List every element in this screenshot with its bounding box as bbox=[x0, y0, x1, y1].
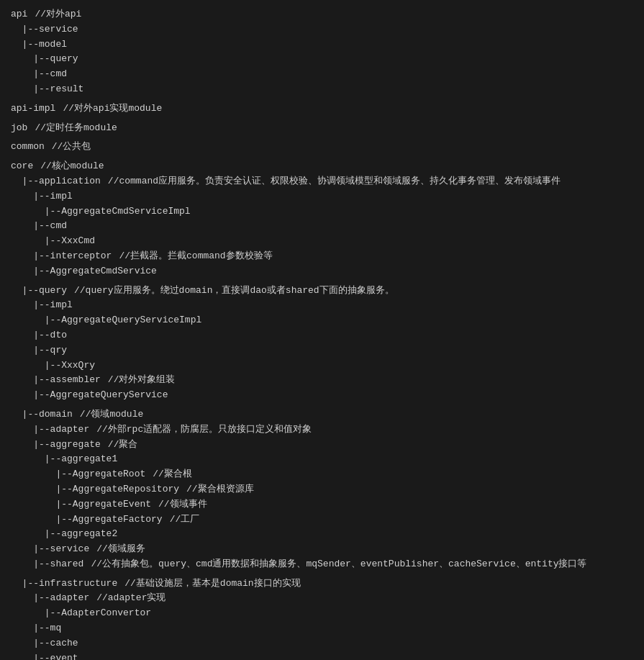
tree-line: |--XxxCmd bbox=[11, 234, 633, 249]
tree-line: |--AdapterConvertor bbox=[11, 606, 633, 621]
tree-text: |--interceptor bbox=[11, 249, 112, 264]
tree-text: |--aggregate1 bbox=[11, 452, 117, 467]
comment-text: //command应用服务。负责安全认证、权限校验、协调领域模型和领域服务、持久… bbox=[108, 174, 561, 189]
tree-text: |--application bbox=[11, 174, 101, 189]
tree-line: |--AggregateFactory//工厂 bbox=[11, 512, 633, 528]
comment-text: //工厂 bbox=[170, 512, 200, 528]
tree-line: |--shared//公有抽象包。query、cmd通用数据和抽象服务、mqSe… bbox=[11, 557, 633, 572]
tree-text: |--AggregateCmdServiceImpl bbox=[11, 204, 191, 220]
tree-text: |--query bbox=[11, 52, 78, 67]
tree-text: |--cmd bbox=[11, 67, 67, 82]
tree-line: core//核心module bbox=[11, 159, 633, 174]
tree-line: common//公共包 bbox=[11, 140, 633, 155]
tree-line: |--AggregateQueryServiceImpl bbox=[11, 313, 633, 328]
comment-text: //基础设施层，基本是domain接口的实现 bbox=[124, 577, 300, 592]
tree-text: |--service bbox=[11, 542, 89, 557]
tree-text: |--cache bbox=[11, 636, 78, 651]
tree-line: api-impl//对外api实现module bbox=[11, 101, 633, 117]
tree-line: |--cmd bbox=[11, 67, 633, 82]
tree-text: |--domain bbox=[11, 407, 73, 422]
tree-text: core bbox=[11, 159, 33, 174]
lines-container: api//对外api |--service |--model |--query … bbox=[11, 7, 633, 660]
comment-text: //对外api实现module bbox=[63, 101, 162, 117]
tree-text: |--event bbox=[11, 651, 78, 660]
tree-line: |--impl bbox=[11, 189, 633, 204]
tree-text: |--shared bbox=[11, 557, 83, 572]
comment-text: //adapter实现 bbox=[96, 591, 165, 606]
tree-line: |--aggregate1 bbox=[11, 452, 633, 467]
tree-line: |--application//command应用服务。负责安全认证、权限校验、… bbox=[11, 174, 633, 189]
tree-line: |--mq bbox=[11, 621, 633, 636]
tree-line: |--domain//领域module bbox=[11, 407, 633, 422]
comment-text: //公有抽象包。query、cmd通用数据和抽象服务、mqSender、even… bbox=[91, 557, 586, 572]
tree-text: |--query bbox=[11, 284, 67, 299]
tree-text: |--assembler bbox=[11, 373, 101, 388]
comment-text: //拦截器。拦截command参数校验等 bbox=[119, 249, 272, 264]
tree-text: |--AdapterConvertor bbox=[11, 606, 151, 621]
tree-line: |--AggregateCmdServiceImpl bbox=[11, 204, 633, 220]
tree-line: |--XxxQry bbox=[11, 358, 633, 374]
tree-text: job bbox=[11, 121, 27, 136]
tree-line: |--cache bbox=[11, 636, 633, 651]
tree-line: |--AggregateCmdService bbox=[11, 264, 633, 279]
comment-text: //核心module bbox=[40, 159, 104, 174]
tree-text: |--infrastructure bbox=[11, 577, 117, 592]
tree-text: |--impl bbox=[11, 189, 73, 204]
tree-line: api//对外api bbox=[11, 7, 633, 22]
tree-text: |--AggregateRoot bbox=[11, 467, 145, 482]
tree-line: |--qry bbox=[11, 343, 633, 358]
comment-text: //领域事件 bbox=[158, 497, 207, 512]
tree-text: |--impl bbox=[11, 298, 73, 313]
tree-line: |--service//领域服务 bbox=[11, 542, 633, 557]
tree-text: api-impl bbox=[11, 101, 55, 117]
tree-line: |--adapter//外部rpc适配器，防腐层。只放接口定义和值对象 bbox=[11, 422, 633, 438]
tree-line: job//定时任务module bbox=[11, 121, 633, 136]
tree-text: |--service bbox=[11, 22, 78, 37]
tree-line: |--AggregateQueryService bbox=[11, 388, 633, 403]
tree-line: |--AggregateRoot//聚合根 bbox=[11, 467, 633, 482]
tree-text: |--mq bbox=[11, 621, 61, 636]
tree-text: |--dto bbox=[11, 328, 67, 343]
comment-text: //聚合根 bbox=[153, 467, 192, 482]
tree-line: |--AggregateRepository//聚合根资源库 bbox=[11, 482, 633, 497]
comment-text: //领域服务 bbox=[96, 542, 145, 557]
tree-line: |--aggregate//聚合 bbox=[11, 438, 633, 453]
tree-line: |--service bbox=[11, 22, 633, 37]
tree-text: |--aggregate2 bbox=[11, 527, 117, 542]
comment-text: //外部rpc适配器，防腐层。只放接口定义和值对象 bbox=[96, 422, 312, 438]
tree-text: |--cmd bbox=[11, 219, 67, 234]
tree-line: |--assembler//对外对象组装 bbox=[11, 373, 633, 388]
tree-line: |--infrastructure//基础设施层，基本是domain接口的实现 bbox=[11, 577, 633, 592]
tree-line: |--AggregateEvent//领域事件 bbox=[11, 497, 633, 512]
tree-text: |--AggregateQueryServiceImpl bbox=[11, 313, 201, 328]
tree-text: |--AggregateQueryService bbox=[11, 388, 168, 403]
tree-text: |--aggregate bbox=[11, 438, 101, 453]
tree-text: |--AggregateCmdService bbox=[11, 264, 157, 279]
tree-line: |--cmd bbox=[11, 219, 633, 234]
tree-line: |--query//query应用服务。绕过domain，直接调dao或者sha… bbox=[11, 284, 633, 299]
tree-line: |--query bbox=[11, 52, 633, 67]
tree-text: |--qry bbox=[11, 343, 67, 358]
tree-text: |--result bbox=[11, 82, 83, 97]
tree-text: |--XxxCmd bbox=[11, 234, 95, 249]
tree-text: |--AggregateRepository bbox=[11, 482, 179, 497]
tree-line: |--adapter//adapter实现 bbox=[11, 591, 633, 606]
tree-line: |--event bbox=[11, 651, 633, 660]
comment-text: //定时任务module bbox=[35, 121, 117, 136]
comment-text: //query应用服务。绕过domain，直接调dao或者shared下面的抽象… bbox=[74, 284, 394, 299]
tree-text: api bbox=[11, 7, 27, 22]
tree-line: |--impl bbox=[11, 298, 633, 313]
comment-text: //对外api bbox=[35, 7, 81, 22]
tree-line: |--interceptor//拦截器。拦截command参数校验等 bbox=[11, 249, 633, 264]
tree-text: |--XxxQry bbox=[11, 358, 95, 374]
tree-text: common bbox=[11, 140, 45, 155]
comment-text: //聚合 bbox=[108, 438, 138, 453]
tree-line: |--aggregate2 bbox=[11, 527, 633, 542]
comment-text: //对外对象组装 bbox=[108, 373, 176, 388]
tree-line: |--model bbox=[11, 37, 633, 53]
comment-text: //领域module bbox=[80, 407, 143, 422]
tree-text: |--adapter bbox=[11, 422, 89, 438]
comment-text: //聚合根资源库 bbox=[186, 482, 254, 497]
tree-text: |--AggregateEvent bbox=[11, 497, 151, 512]
comment-text: //公共包 bbox=[52, 140, 91, 155]
